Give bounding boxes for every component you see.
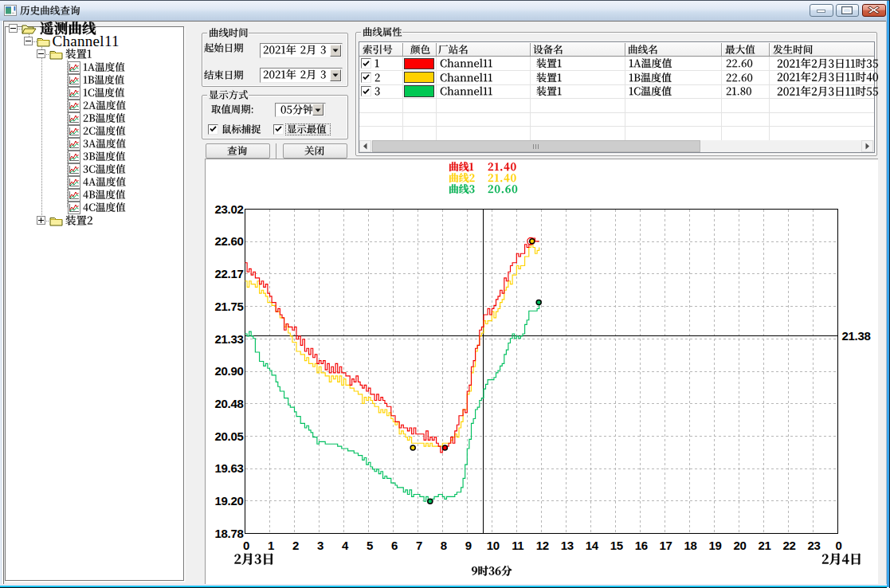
svg-text:0: 0: [835, 539, 841, 552]
svg-text:13: 13: [561, 539, 574, 552]
svg-text:20.48: 20.48: [214, 397, 243, 410]
svg-text:1: 1: [268, 539, 274, 552]
svg-text:21.38: 21.38: [842, 329, 871, 343]
svg-text:21.33: 21.33: [214, 332, 243, 346]
svg-text:5: 5: [367, 539, 373, 552]
svg-text:20.90: 20.90: [214, 364, 243, 378]
svg-text:19: 19: [709, 539, 722, 552]
svg-text:6: 6: [391, 539, 398, 552]
svg-text:14: 14: [586, 539, 599, 552]
svg-text:23.02: 23.02: [214, 202, 243, 216]
svg-text:19.63: 19.63: [214, 461, 243, 475]
svg-text:21: 21: [759, 539, 771, 552]
svg-text:0: 0: [243, 539, 249, 552]
svg-text:12: 12: [536, 539, 549, 552]
svg-text:15: 15: [610, 539, 623, 552]
svg-text:11: 11: [512, 539, 523, 552]
svg-text:9: 9: [465, 539, 472, 552]
svg-text:10: 10: [487, 539, 500, 552]
svg-text:7: 7: [416, 539, 422, 552]
svg-text:18.78: 18.78: [214, 527, 243, 540]
svg-text:8: 8: [441, 539, 447, 552]
svg-text:4: 4: [342, 539, 349, 552]
svg-text:20: 20: [734, 539, 747, 552]
svg-text:16: 16: [635, 539, 648, 552]
svg-text:20.05: 20.05: [214, 429, 243, 443]
svg-text:22.17: 22.17: [214, 267, 243, 280]
svg-text:19.20: 19.20: [214, 494, 243, 508]
svg-text:3: 3: [317, 539, 323, 552]
svg-text:23: 23: [807, 539, 820, 552]
svg-text:21.75: 21.75: [214, 300, 243, 313]
svg-text:2: 2: [292, 539, 299, 552]
svg-text:17: 17: [660, 539, 672, 552]
svg-text:18: 18: [684, 539, 697, 552]
svg-text:22: 22: [782, 539, 795, 552]
svg-text:22.60: 22.60: [214, 234, 243, 248]
